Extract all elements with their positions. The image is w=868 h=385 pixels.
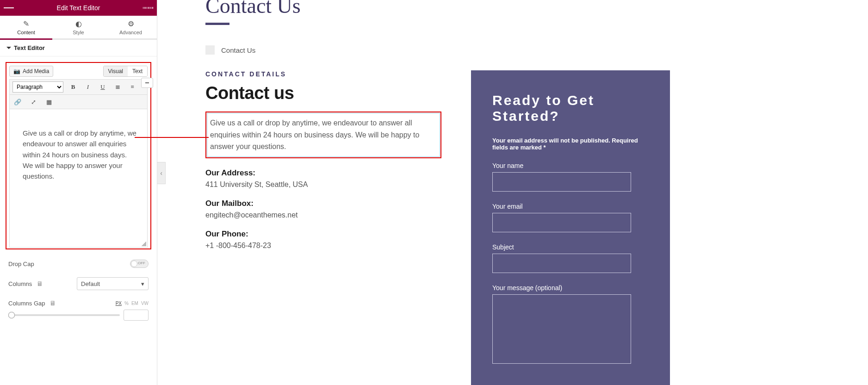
tab-style-label: Style <box>73 30 84 35</box>
tab-content-label: Content <box>17 30 35 35</box>
paragraph-format-select[interactable]: Paragraph <box>12 81 63 93</box>
unit-switcher: PX % EM VW <box>116 301 149 306</box>
widgets-grid-icon[interactable] <box>143 3 153 13</box>
title-underline <box>205 23 229 25</box>
editor-highlight-box: 📷 Add Media Visual Text Paragraph B I U … <box>6 62 151 249</box>
columns-gap-input[interactable] <box>124 310 149 321</box>
annotation-connector-line <box>135 137 209 138</box>
phone-value: +1 -800-456-478-23 <box>205 242 441 250</box>
label-name: Your name <box>492 162 649 169</box>
link-button[interactable]: 🔗 <box>12 97 23 107</box>
breadcrumb: Contact Us <box>205 45 868 55</box>
responsive-icon[interactable]: 🖥 <box>37 280 43 287</box>
text-tab[interactable]: Text <box>128 66 147 76</box>
slider-thumb[interactable] <box>8 312 15 318</box>
contact-details-column: CONTACT DETAILS Contact us Give us a cal… <box>205 70 441 385</box>
editor-format-bar: Paragraph B I U ≣ ≡ <box>9 79 148 94</box>
drop-cap-label: Drop Cap <box>8 261 34 267</box>
contact-paragraph: Give us a call or drop by anytime, we en… <box>207 113 440 157</box>
drop-cap-row: Drop Cap OFF <box>0 255 157 273</box>
columns-label: Columns <box>8 280 32 287</box>
add-media-button[interactable]: 📷 Add Media <box>9 66 53 77</box>
field-name: Your name <box>492 162 649 192</box>
camera-icon: 📷 <box>13 68 20 75</box>
unit-percent[interactable]: % <box>124 301 129 306</box>
tab-content[interactable]: ✎ Content <box>0 16 52 38</box>
pencil-icon: ✎ <box>23 19 29 28</box>
visual-tab[interactable]: Visual <box>104 66 128 76</box>
menu-icon[interactable] <box>4 3 14 13</box>
columns-gap-label: Columns Gap <box>8 300 45 307</box>
drop-cap-state: OFF <box>138 261 145 265</box>
address-block: Our Address: 411 University St, Seattle,… <box>205 168 441 189</box>
label-subject: Subject <box>492 243 649 251</box>
editor-toolbar-top: 📷 Add Media Visual Text <box>9 66 148 77</box>
underline-button[interactable]: U <box>98 82 108 92</box>
drop-cap-toggle[interactable]: OFF <box>130 260 149 268</box>
live-preview: Contact Us Contact Us CONTACT DETAILS Co… <box>167 0 868 385</box>
field-subject: Subject <box>492 243 649 273</box>
columns-gap-slider[interactable] <box>8 314 120 316</box>
columns-layout-icon[interactable] <box>141 78 153 88</box>
input-message[interactable] <box>492 294 631 364</box>
tab-style[interactable]: ◐ Style <box>52 16 105 38</box>
phone-block: Our Phone: +1 -800-456-478-23 <box>205 230 441 250</box>
sidebar-title: Edit Text Editor <box>14 4 143 12</box>
highlighted-text-widget[interactable]: Give us a call or drop by anytime, we en… <box>205 112 441 158</box>
tab-advanced-label: Advanced <box>119 30 142 35</box>
caret-down-icon <box>6 47 11 49</box>
field-email: Your email <box>492 203 649 232</box>
contrast-icon: ◐ <box>75 19 82 28</box>
tab-advanced[interactable]: ⚙ Advanced <box>105 16 157 38</box>
content-columns: CONTACT DETAILS Contact us Give us a cal… <box>205 70 868 385</box>
input-name[interactable] <box>492 172 631 192</box>
section-title: Text Editor <box>14 44 45 51</box>
contact-form: Ready to Get Started? Your email address… <box>471 70 670 385</box>
numbered-list-button[interactable]: ≡ <box>127 82 137 92</box>
unit-vw[interactable]: VW <box>141 301 149 306</box>
form-heading: Ready to Get Started? <box>492 93 649 124</box>
panel-tabs: ✎ Content ◐ Style ⚙ Advanced <box>0 16 157 40</box>
phone-label: Our Phone: <box>205 230 441 239</box>
add-media-label: Add Media <box>23 68 49 75</box>
field-message: Your message (optional) <box>492 284 649 365</box>
fullscreen-button[interactable]: ⤢ <box>28 97 38 107</box>
mailbox-block: Our Mailbox: engitech@oceanthemes.net <box>205 199 441 219</box>
sidebar-header: Edit Text Editor <box>0 0 157 16</box>
wysiwyg-editor[interactable]: Give us a call or drop by anytime, we en… <box>9 109 148 248</box>
breadcrumb-current: Contact Us <box>221 46 255 54</box>
section-eyebrow: CONTACT DETAILS <box>205 70 441 78</box>
section-text-editor-header[interactable]: Text Editor <box>0 40 157 56</box>
breadcrumb-home-icon[interactable] <box>205 45 215 55</box>
unit-em[interactable]: EM <box>131 301 138 306</box>
page-title: Contact Us <box>205 0 868 18</box>
unit-px[interactable]: PX <box>116 301 122 306</box>
label-email: Your email <box>492 203 649 210</box>
address-value: 411 University St, Seattle, USA <box>205 180 441 189</box>
italic-button[interactable]: I <box>83 82 93 92</box>
columns-row: Columns 🖥 Default ▾ <box>0 273 157 295</box>
columns-gap-slider-row <box>0 308 157 321</box>
address-label: Our Address: <box>205 168 441 178</box>
toolbar-toggle-button[interactable]: ▦ <box>44 97 54 107</box>
chevron-down-icon: ▾ <box>141 280 144 287</box>
editor-content: Give us a call or drop by anytime, we en… <box>23 129 136 180</box>
input-email[interactable] <box>492 213 631 232</box>
mailbox-value: engitech@oceanthemes.net <box>205 211 441 219</box>
editor-insert-bar: 🔗 ⤢ ▦ <box>9 94 148 109</box>
columns-value: Default <box>81 280 100 287</box>
bullet-list-button[interactable]: ≣ <box>112 82 123 92</box>
editor-sidebar: Edit Text Editor ✎ Content ◐ Style ⚙ Adv… <box>0 0 157 385</box>
columns-gap-row: Columns Gap 🖥 PX % EM VW <box>0 295 157 308</box>
toggle-knob <box>131 261 137 267</box>
panel-collapse-handle[interactable]: ‹ <box>157 162 166 184</box>
resize-handle[interactable] <box>142 242 146 246</box>
input-subject[interactable] <box>492 254 631 273</box>
editor-mode-tabs: Visual Text <box>103 66 148 77</box>
form-note: Your email address will not be published… <box>492 137 649 151</box>
columns-select[interactable]: Default ▾ <box>77 277 149 290</box>
responsive-icon[interactable]: 🖥 <box>50 299 56 307</box>
bold-button[interactable]: B <box>68 82 78 92</box>
mailbox-label: Our Mailbox: <box>205 199 441 208</box>
label-message: Your message (optional) <box>492 284 649 292</box>
